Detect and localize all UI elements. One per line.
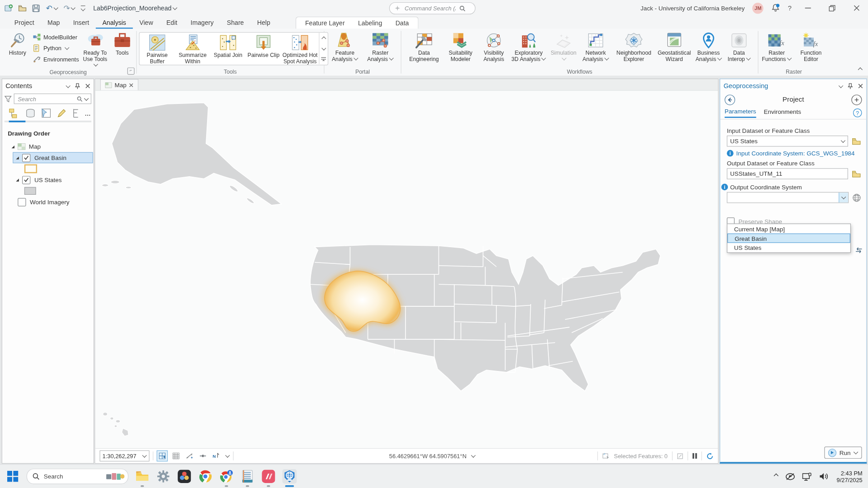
redo-button[interactable]: ↷ [63, 4, 75, 12]
output-dataset-input[interactable]: USStates_UTM_11 [727, 168, 848, 179]
info-icon[interactable]: i [722, 184, 728, 191]
start-button[interactable] [5, 469, 20, 483]
pin-icon[interactable] [848, 83, 853, 89]
undo-button[interactable]: ↶ [46, 4, 58, 12]
privacy-indicator-icon[interactable] [786, 472, 795, 480]
snap-mode-icon[interactable] [157, 450, 168, 461]
tab-imagery[interactable]: Imagery [184, 18, 220, 28]
settings-button[interactable] [156, 469, 170, 483]
raster-analysis-button[interactable]: Raster Analysis [363, 30, 396, 62]
chrome-profile-button[interactable] [219, 469, 234, 483]
arcgis-pro-button[interactable] [282, 469, 297, 483]
collapse-ribbon-icon[interactable] [857, 67, 863, 74]
pane-menu-icon[interactable] [66, 84, 70, 88]
expand-caret-icon[interactable] [11, 145, 15, 149]
close-pane-icon[interactable] [85, 83, 90, 88]
pairwise-buffer-button[interactable]: Pairwise Buffer [140, 33, 175, 65]
open-project-icon[interactable] [18, 4, 26, 12]
add-to-model-icon[interactable] [851, 94, 862, 105]
close-tab-icon[interactable] [129, 83, 134, 87]
input-dataset-combobox[interactable]: US States [727, 136, 848, 146]
media-app-button[interactable] [261, 469, 276, 483]
tab-view[interactable]: View [133, 18, 160, 28]
list-by-data-source-icon[interactable] [25, 108, 36, 118]
filter-icon[interactable] [5, 95, 12, 102]
great-basin-symbol-row[interactable] [2, 163, 94, 174]
output-cs-combobox[interactable] [727, 192, 849, 203]
notebook-app-button[interactable] [240, 469, 255, 483]
back-button[interactable] [725, 94, 735, 105]
avatar[interactable]: JM [752, 3, 763, 14]
swap-coordinate-icon[interactable] [855, 247, 863, 253]
dropdown-option[interactable]: US States [727, 243, 850, 253]
chrome-button[interactable] [198, 469, 212, 483]
neighborhood-explorer-button[interactable]: Neighborhood Explorer [613, 30, 655, 62]
us-states-symbol-row[interactable] [2, 185, 94, 196]
taskbar-search[interactable] [27, 469, 128, 484]
pairwise-clip-button[interactable]: Pairwise Clip [246, 33, 281, 59]
dropdown-option-selected[interactable]: Great Basin [727, 234, 850, 243]
ready-to-use-tools-button[interactable]: Ready To Use Tools [80, 30, 110, 68]
layer-map[interactable]: Map [2, 141, 94, 152]
raster-functions-button[interactable]: fx Raster Functions [760, 30, 793, 62]
environments-button[interactable]: Environments [33, 55, 80, 64]
refresh-icon[interactable] [706, 452, 713, 460]
taskbar-search-input[interactable] [42, 473, 102, 480]
dropdown-option[interactable]: Current Map [Map] [727, 224, 850, 234]
spatial-join-button[interactable]: Spatial Join [210, 33, 245, 59]
project-name[interactable]: Lab6Projection_Moorehead [93, 5, 177, 11]
browse-folder-icon[interactable] [852, 137, 861, 145]
minimize-button[interactable] [799, 0, 816, 16]
pause-drawing-icon[interactable] [693, 453, 697, 459]
browse-folder-icon[interactable] [852, 170, 861, 178]
list-by-selection-icon[interactable] [41, 108, 52, 118]
us-states-symbol-swatch[interactable] [24, 187, 36, 195]
tab-project[interactable]: Project [8, 18, 41, 28]
tab-data[interactable]: Data [389, 19, 415, 26]
tab-feature-layer[interactable]: Feature Layer [298, 19, 351, 26]
grid-icon[interactable] [171, 451, 181, 461]
layer-visibility-checkbox[interactable] [18, 198, 26, 206]
function-editor-button[interactable]: fx Function Editor [795, 30, 827, 62]
suitability-modeler-button[interactable]: Suitability Modeler [443, 30, 478, 62]
run-button[interactable]: Run [824, 446, 862, 459]
history-button[interactable]: History [2, 30, 33, 56]
globe-icon[interactable] [853, 193, 861, 202]
layer-us-states[interactable]: US States [2, 174, 94, 185]
command-search-input[interactable] [404, 5, 457, 12]
pane-menu-icon[interactable] [839, 84, 843, 88]
layer-great-basin[interactable]: Great Basin [2, 152, 94, 163]
status-options-icon[interactable] [225, 453, 230, 458]
snapping-magnet-icon[interactable] [198, 451, 208, 461]
tab-parameters[interactable]: Parameters [725, 108, 756, 118]
optimized-hot-spot-button[interactable]: Optimized Hot Spot Analysis [281, 33, 319, 65]
data-engineering-button[interactable]: Data Engineering [406, 30, 443, 62]
network-device-icon[interactable] [802, 472, 812, 480]
notifications-bell-icon[interactable] [771, 3, 780, 13]
tab-insert[interactable]: Insert [66, 18, 96, 28]
visibility-analysis-button[interactable]: Visibility Analysis [479, 30, 509, 62]
dialog-launcher-icon[interactable]: ⌐ [127, 67, 135, 75]
map-view-tab[interactable]: Map [100, 79, 139, 90]
expand-caret-icon[interactable] [15, 178, 19, 182]
contents-search-input[interactable] [17, 95, 77, 103]
tools-button[interactable]: Tools [110, 30, 134, 56]
run-options-icon[interactable] [853, 450, 858, 454]
contents-search[interactable] [14, 94, 91, 104]
tab-share[interactable]: Share [220, 18, 250, 28]
python-button[interactable]: Python [33, 44, 80, 53]
map-canvas[interactable] [95, 91, 718, 448]
business-analysis-button[interactable]: Business Analysis [693, 30, 723, 62]
measure-icon[interactable] [184, 451, 194, 461]
tool-help-icon[interactable]: ? [853, 108, 862, 117]
tab-edit[interactable]: Edit [160, 18, 184, 28]
network-analysis-button[interactable]: Network Analysis [580, 30, 612, 62]
search-options-icon[interactable] [84, 96, 89, 100]
list-by-editing-icon[interactable] [57, 108, 67, 118]
map-coordinates[interactable]: 56.4629661°W 64.5907561°N [389, 453, 476, 460]
tab-help[interactable]: Help [250, 18, 277, 28]
taskbar-clock[interactable]: 2:43 PM 9/27/2025 [837, 470, 863, 483]
clear-selection-icon[interactable] [677, 453, 683, 459]
volume-icon[interactable] [820, 473, 830, 480]
help-icon[interactable]: ? [788, 4, 792, 12]
